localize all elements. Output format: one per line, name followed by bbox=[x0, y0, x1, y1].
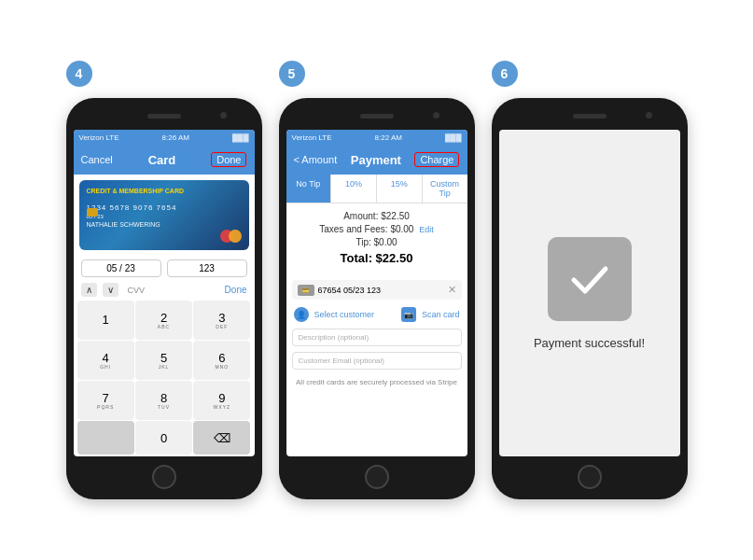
step-5-wrapper: 5 Verizon LTE 8:22 AM ▓▓▓ bbox=[279, 61, 475, 499]
credit-card-image: CREDIT & MEMBERSHIP CARD 1234 5678 9076 … bbox=[79, 180, 249, 250]
card-row: 💳 67654 05/23 123 ✕ bbox=[292, 280, 462, 300]
arrow-up-btn[interactable]: ∧ bbox=[81, 283, 97, 297]
battery-4: ▓▓▓ bbox=[232, 133, 249, 142]
select-customer-btn[interactable]: Select customer bbox=[314, 310, 375, 319]
nav-bar-5: < Amount Payment Charge bbox=[286, 145, 467, 175]
card-logo bbox=[220, 230, 242, 243]
carrier-5: Verizon LTE bbox=[292, 133, 332, 142]
phone-4-bottom bbox=[74, 464, 255, 490]
phone-5-bottom bbox=[286, 464, 467, 490]
phone-5-top bbox=[286, 107, 467, 124]
card-name: NATHALIE SCHWERING bbox=[87, 221, 242, 228]
phone-6-camera bbox=[646, 112, 652, 119]
phone-4-speaker bbox=[147, 114, 181, 119]
numkey-delete[interactable]: ⌫ bbox=[193, 421, 250, 455]
main-container: 4 Verizon LTE 8:26 AM ▓▓▓ bbox=[66, 61, 688, 499]
nav-title-4: Card bbox=[148, 153, 176, 167]
numkey-0[interactable]: 0 bbox=[135, 421, 192, 455]
card-icon: 💳 bbox=[298, 285, 314, 296]
amount-line: Amount: $22.50 bbox=[294, 211, 460, 221]
numkey-6[interactable]: 6MNO bbox=[193, 341, 250, 380]
tip-row: No Tip 10% 15% Custom Tip bbox=[286, 175, 467, 203]
step-6-wrapper: 6 Payment successful! bbox=[492, 61, 688, 499]
battery-5: ▓▓▓ bbox=[445, 133, 462, 142]
carrier-4: Verizon LTE bbox=[79, 133, 119, 142]
total-line: Total: $22.50 bbox=[294, 251, 460, 265]
card-logo-yellow bbox=[229, 230, 242, 243]
keyboard-done-link[interactable]: Done bbox=[225, 285, 247, 295]
status-bar-4: Verizon LTE 8:26 AM ▓▓▓ bbox=[74, 130, 255, 145]
home-btn-5[interactable] bbox=[365, 465, 389, 489]
numkey-1[interactable]: 1 bbox=[77, 301, 134, 340]
customer-icon: 👤 bbox=[294, 307, 309, 322]
nav-back-btn[interactable]: < Amount bbox=[294, 154, 338, 165]
numkey-5[interactable]: 5JKL bbox=[135, 341, 192, 380]
scan-card-btn[interactable]: Scan card bbox=[422, 310, 460, 319]
success-text: Payment successful! bbox=[534, 336, 645, 350]
expiry-field[interactable]: 05 / 23 bbox=[81, 259, 161, 277]
tip-line: Tip: $0.00 bbox=[294, 237, 460, 247]
phone-6-top bbox=[499, 107, 680, 124]
home-btn-4[interactable] bbox=[152, 465, 176, 489]
numkey-3[interactable]: 3DEF bbox=[193, 301, 250, 340]
phone-6: Payment successful! bbox=[492, 98, 688, 499]
edit-link[interactable]: Edit bbox=[419, 225, 434, 234]
nav-done-btn[interactable]: Done bbox=[211, 152, 246, 167]
amount-section: Amount: $22.50 Taxes and Fees: $0.00 Edi… bbox=[286, 203, 467, 276]
nav-title-5: Payment bbox=[351, 153, 401, 167]
cvv-field[interactable]: 123 bbox=[167, 259, 247, 277]
cvv-label: CVV bbox=[128, 286, 146, 295]
card-number: 1234 5678 9076 7654 bbox=[87, 203, 242, 212]
card-title: CREDIT & MEMBERSHIP CARD bbox=[87, 188, 242, 194]
step-5-number: 5 bbox=[279, 61, 305, 87]
status-bar-5: Verizon LTE 8:22 AM ▓▓▓ bbox=[286, 130, 467, 145]
home-btn-6[interactable] bbox=[578, 465, 602, 489]
numkey-8[interactable]: 8TUV bbox=[135, 381, 192, 420]
numkey-9[interactable]: 9WXYZ bbox=[193, 381, 250, 420]
step-4-wrapper: 4 Verizon LTE 8:26 AM ▓▓▓ bbox=[66, 61, 262, 499]
phone-6-speaker bbox=[573, 114, 607, 119]
phone-5-camera bbox=[433, 112, 439, 119]
phone-4-top bbox=[74, 107, 255, 124]
expiry-cvv-row: 05 / 23 123 bbox=[74, 256, 255, 281]
nav-cancel-btn[interactable]: Cancel bbox=[81, 154, 113, 165]
tip-no-tip[interactable]: No Tip bbox=[286, 175, 332, 203]
time-5: 8:22 AM bbox=[375, 133, 402, 142]
tip-custom[interactable]: Custom Tip bbox=[423, 175, 467, 203]
step-4-number: 4 bbox=[66, 61, 92, 87]
email-field[interactable]: Customer Email (optional) bbox=[292, 352, 462, 370]
phone-6-screen: Payment successful! bbox=[499, 130, 680, 456]
phone-5-speaker bbox=[360, 114, 394, 119]
time-4: 8:26 AM bbox=[162, 133, 189, 142]
numkey-2[interactable]: 2ABC bbox=[135, 301, 192, 340]
customer-row: 👤 Select customer 📷 Scan card bbox=[286, 303, 467, 326]
tip-15[interactable]: 15% bbox=[377, 175, 423, 203]
card-expiry-display: 05 / 23 bbox=[87, 214, 242, 219]
numkey-7[interactable]: 7PQRS bbox=[77, 381, 134, 420]
card-info: 67654 05/23 123 bbox=[318, 286, 382, 295]
phone-4-camera bbox=[220, 112, 227, 119]
secure-text: All credit cards are securely processed … bbox=[286, 372, 467, 392]
nav-bar-4: Cancel Card Done bbox=[74, 145, 255, 175]
step-6-number: 6 bbox=[492, 61, 518, 87]
numpad: 1 2ABC 3DEF 4GHI 5JKL 6MNO 7PQRS 8TUV 9W… bbox=[74, 299, 255, 456]
phone-5-screen: Verizon LTE 8:22 AM ▓▓▓ < Amount Payment… bbox=[286, 130, 467, 456]
scan-icon: 📷 bbox=[401, 307, 416, 322]
nav-charge-btn[interactable]: Charge bbox=[414, 152, 459, 167]
phone-4-screen: Verizon LTE 8:26 AM ▓▓▓ Cancel Card Done… bbox=[74, 130, 255, 456]
phone-4: Verizon LTE 8:26 AM ▓▓▓ Cancel Card Done… bbox=[66, 98, 262, 499]
keyboard-arrows-row: ∧ ∨ CVV Done bbox=[74, 281, 255, 299]
numkey-4[interactable]: 4GHI bbox=[77, 341, 134, 380]
remove-card-btn[interactable]: ✕ bbox=[448, 284, 456, 296]
card-chip bbox=[87, 208, 98, 217]
checkmark-box bbox=[548, 237, 632, 321]
arrow-down-btn[interactable]: ∨ bbox=[103, 283, 119, 297]
tip-10[interactable]: 10% bbox=[331, 175, 377, 203]
description-field[interactable]: Description (optional) bbox=[292, 329, 462, 346]
phone-6-bottom bbox=[499, 464, 680, 490]
numkey-empty bbox=[77, 421, 134, 455]
phone-5: Verizon LTE 8:22 AM ▓▓▓ < Amount Payment… bbox=[279, 98, 475, 499]
checkmark-icon bbox=[566, 256, 613, 302]
taxes-line: Taxes and Fees: $0.00 Edit bbox=[294, 224, 460, 234]
success-screen: Payment successful! bbox=[499, 130, 680, 456]
